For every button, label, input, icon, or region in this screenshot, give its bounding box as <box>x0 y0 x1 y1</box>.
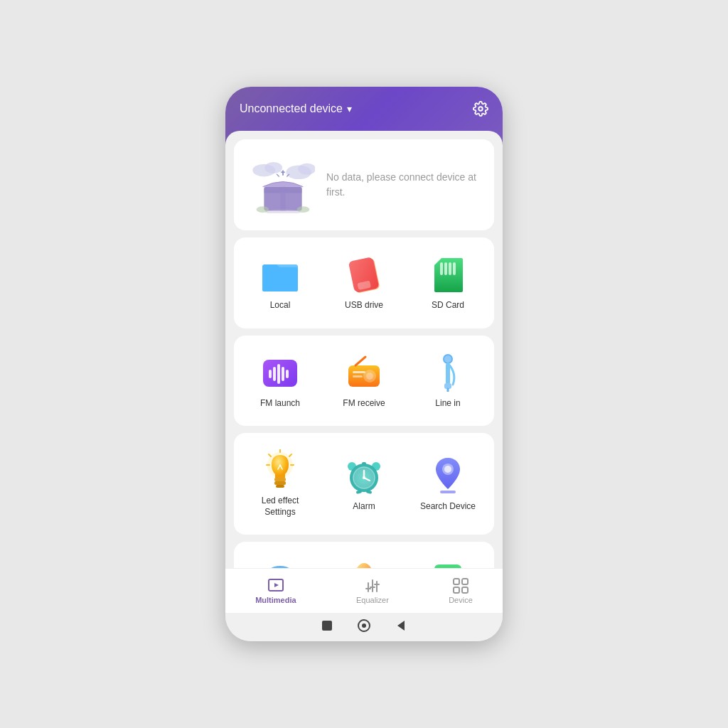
no-data-card: No data, please connect device at first. <box>234 139 494 230</box>
fm-receive-label: FM receive <box>343 398 385 410</box>
grid-row-3: Led effect Settings <box>234 433 494 535</box>
usb-drive-label: USB drive <box>345 300 383 311</box>
alarm-label: Alarm <box>353 501 375 513</box>
search-device-icon <box>428 456 468 496</box>
square-button[interactable] <box>320 619 334 633</box>
device-mgr-icon <box>428 559 468 568</box>
empty-box-illustration <box>251 156 315 213</box>
svg-rect-37 <box>353 375 363 378</box>
home-button[interactable] <box>357 619 371 633</box>
grid-row-4: Headphone <box>234 542 494 568</box>
usb-drive-item[interactable]: USB drive <box>323 243 405 323</box>
svg-rect-79 <box>454 579 459 584</box>
fm-receive-item[interactable]: FM receive <box>323 341 405 421</box>
grid-row-1: Local <box>234 237 494 328</box>
alarm-item[interactable]: Alarm <box>323 439 405 529</box>
multimedia-label: Multimedia <box>255 596 296 604</box>
fm-launch-item[interactable]: FM launch <box>240 341 321 421</box>
svg-rect-80 <box>462 579 468 584</box>
back-button[interactable] <box>394 619 408 633</box>
sd-card-label: SD Card <box>432 300 464 311</box>
svg-line-47 <box>289 454 291 456</box>
svg-rect-28 <box>273 367 276 381</box>
settings-icon[interactable] <box>473 101 488 117</box>
local-icon <box>260 255 300 294</box>
local-item[interactable]: Local <box>240 243 321 323</box>
svg-point-13 <box>257 206 269 213</box>
equalizer-label: Equalizer <box>356 596 389 604</box>
sd-card-item[interactable]: SD Card <box>407 243 488 323</box>
svg-point-35 <box>366 373 373 380</box>
svg-rect-64 <box>440 491 456 493</box>
svg-line-48 <box>269 454 271 456</box>
device-label: Device <box>449 596 473 604</box>
fm-launch-label: FM launch <box>260 398 300 410</box>
svg-line-7 <box>277 174 279 177</box>
main-content: No data, please connect device at first. <box>225 131 503 568</box>
svg-rect-29 <box>277 364 280 384</box>
headphone-item[interactable]: Headphone <box>240 547 321 568</box>
microphone-item[interactable]: Microphone <box>323 547 405 568</box>
search-device-item[interactable]: Search Device <box>407 439 488 529</box>
usb-drive-icon <box>344 255 384 294</box>
svg-line-33 <box>355 357 365 365</box>
svg-marker-72 <box>274 583 279 587</box>
fm-launch-icon <box>260 353 300 392</box>
svg-point-85 <box>362 623 366 628</box>
svg-rect-82 <box>462 587 468 593</box>
svg-rect-11 <box>280 187 285 211</box>
no-data-message: No data, please connect device at first. <box>326 170 477 200</box>
svg-point-0 <box>478 107 483 111</box>
search-device-label: Search Device <box>420 501 476 513</box>
phone-container: Unconnected device ▾ <box>225 87 503 641</box>
led-effect-label: Led effect Settings <box>245 496 315 518</box>
header-title-row[interactable]: Unconnected device ▾ <box>240 102 352 115</box>
svg-rect-31 <box>286 370 289 378</box>
nav-equalizer[interactable]: Equalizer <box>342 574 403 607</box>
device-title: Unconnected device <box>240 102 343 115</box>
equalizer-icon <box>364 577 381 594</box>
line-in-item[interactable]: Line in <box>407 341 488 421</box>
svg-point-2 <box>264 162 282 173</box>
nav-multimedia[interactable]: Multimedia <box>241 574 310 607</box>
svg-rect-30 <box>282 367 284 381</box>
svg-rect-59 <box>362 462 366 465</box>
led-effect-item[interactable]: Led effect Settings <box>240 439 321 529</box>
multimedia-icon <box>267 577 284 594</box>
device-mgr-item[interactable]: Device Mgr <box>407 547 488 568</box>
device-icon <box>452 577 469 594</box>
svg-rect-43 <box>274 478 286 481</box>
svg-point-38 <box>444 355 452 363</box>
chevron-down-icon[interactable]: ▾ <box>347 103 352 114</box>
svg-rect-36 <box>353 371 365 373</box>
svg-rect-81 <box>454 587 459 593</box>
grid-row-2: FM launch <box>234 336 494 427</box>
svg-point-67 <box>355 563 373 568</box>
svg-point-58 <box>363 476 365 479</box>
svg-rect-25 <box>453 262 456 275</box>
system-navigation-bar <box>225 613 503 641</box>
svg-rect-23 <box>444 262 447 275</box>
led-effect-icon <box>260 450 300 490</box>
sd-card-icon <box>428 255 468 294</box>
svg-rect-45 <box>276 485 284 488</box>
svg-rect-22 <box>440 262 443 275</box>
svg-point-63 <box>444 466 451 473</box>
line-in-icon <box>428 353 468 392</box>
fm-receive-icon <box>344 353 384 392</box>
bottom-navigation: Multimedia Equalizer <box>225 568 503 613</box>
line-in-label: Line in <box>435 398 460 410</box>
svg-point-14 <box>297 206 310 213</box>
microphone-icon <box>344 559 384 568</box>
svg-rect-44 <box>274 481 286 485</box>
svg-marker-86 <box>397 621 405 631</box>
headphone-icon <box>260 559 300 568</box>
alarm-icon <box>344 456 384 496</box>
nav-device[interactable]: Device <box>434 574 487 607</box>
svg-rect-83 <box>322 621 332 631</box>
local-label: Local <box>270 300 291 311</box>
svg-rect-24 <box>449 262 451 275</box>
svg-rect-27 <box>269 370 272 378</box>
